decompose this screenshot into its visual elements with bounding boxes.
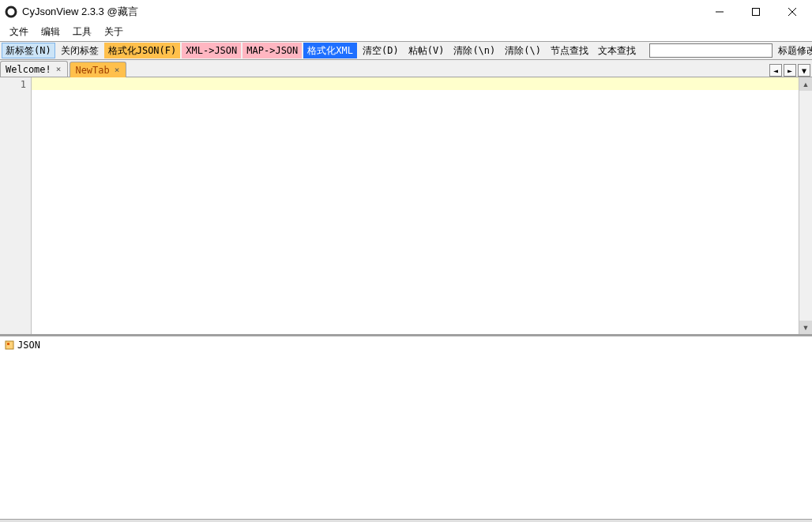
tab-prev-button[interactable]: ◄ <box>769 64 782 77</box>
tree-panel: JSON <box>0 336 812 519</box>
close-tab-icon[interactable]: × <box>113 65 122 75</box>
vertical-scrollbar[interactable]: ▲ ▼ <box>799 77 812 334</box>
title-edit-button[interactable]: 标题修改 <box>774 43 812 58</box>
format-xml-button[interactable]: 格式化XML <box>303 43 357 58</box>
minimize-button[interactable] <box>701 0 738 24</box>
tab-label: Welcome! <box>6 64 51 75</box>
text-editor[interactable] <box>32 77 799 334</box>
menu-tools[interactable]: 工具 <box>66 24 98 40</box>
tree-root-node[interactable]: JSON <box>5 340 40 351</box>
search-input[interactable] <box>649 43 773 58</box>
menu-file[interactable]: 文件 <box>3 24 35 40</box>
menu-edit[interactable]: 编辑 <box>35 24 66 40</box>
menu-about[interactable]: 关于 <box>98 24 130 40</box>
editor-line <box>32 77 799 90</box>
xml-to-json-button[interactable]: XML->JSON <box>182 43 241 58</box>
toolbar: 新标签(N) 关闭标签 格式化JSON(F) XML->JSON MAP->JS… <box>0 41 812 60</box>
line-gutter: 1 <box>0 77 32 334</box>
scroll-up-icon[interactable]: ▲ <box>799 77 812 91</box>
tab-label: NewTab <box>75 65 109 76</box>
tab-nav: ◄ ► ▼ <box>769 64 812 77</box>
clear-slash-button[interactable]: 清除(\) <box>501 43 545 58</box>
close-tab-icon[interactable]: × <box>55 64 63 74</box>
format-json-button[interactable]: 格式化JSON(F) <box>104 43 181 58</box>
clear-d-button[interactable]: 清空(D) <box>359 43 403 58</box>
scroll-down-icon[interactable]: ▼ <box>799 321 812 334</box>
map-to-json-button[interactable]: MAP->JSON <box>242 43 302 58</box>
window-title: CyJsonView 2.3.3 @藏言 <box>22 5 138 19</box>
paste-button[interactable]: 粘帖(V) <box>404 43 449 58</box>
titlebar: CyJsonView 2.3.3 @藏言 <box>0 0 812 24</box>
tab-newtab[interactable]: NewTab × <box>70 62 126 77</box>
svg-rect-6 <box>7 343 9 345</box>
maximize-button[interactable] <box>738 0 774 24</box>
menubar: 文件 编辑 工具 关于 <box>0 24 812 41</box>
close-button[interactable] <box>774 0 810 24</box>
tab-dropdown-button[interactable]: ▼ <box>798 64 810 77</box>
tab-next-button[interactable]: ► <box>784 64 796 77</box>
editor-area: 1 ▲ ▼ <box>0 77 812 336</box>
statusbar <box>0 519 812 522</box>
tab-welcome[interactable]: Welcome! × <box>0 61 68 77</box>
line-number: 1 <box>0 79 26 90</box>
json-node-icon <box>5 340 14 350</box>
tabbar: Welcome! × NewTab × ◄ ► ▼ <box>0 60 812 77</box>
clear-n-button[interactable]: 清除(\n) <box>449 43 499 58</box>
text-find-button[interactable]: 文本查找 <box>594 43 640 58</box>
close-tab-button[interactable]: 关闭标签 <box>57 43 103 58</box>
new-tab-button[interactable]: 新标签(N) <box>2 43 55 58</box>
node-find-button[interactable]: 节点查找 <box>547 43 592 58</box>
tree-root-label: JSON <box>17 340 40 351</box>
svg-point-0 <box>6 7 16 17</box>
svg-rect-2 <box>753 9 760 16</box>
app-icon <box>5 6 17 18</box>
window-controls <box>701 0 810 24</box>
